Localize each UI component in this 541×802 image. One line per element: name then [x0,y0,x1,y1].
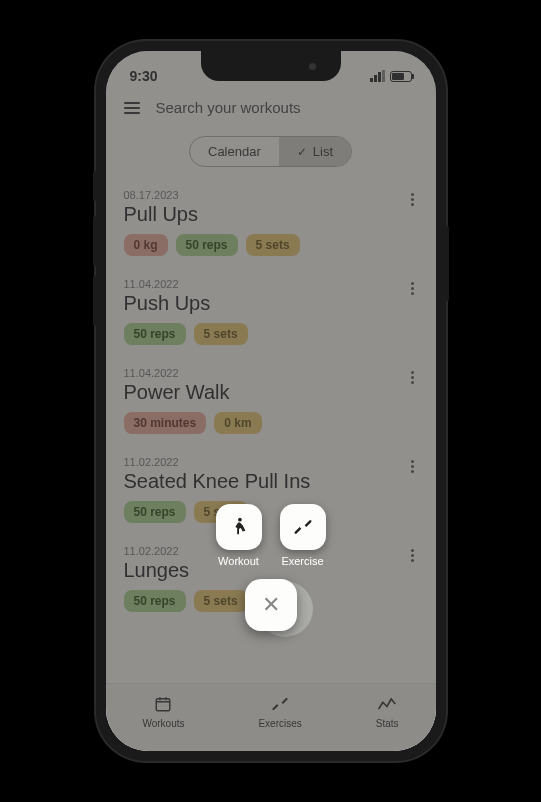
fab-workout-button[interactable] [216,504,262,550]
fab-close-button[interactable]: ✕ [245,579,297,631]
fab-exercise-label: Exercise [281,555,323,567]
side-button [93,276,96,326]
notch [201,51,341,81]
fab-speed-dial: Workout Exercise ✕ [106,504,436,631]
screen: 9:30 Search your workouts Calendar ✓ Lis… [106,51,436,751]
close-icon: ✕ [262,592,280,618]
svg-point-1 [238,518,242,522]
side-button [93,171,96,201]
phone-frame: 9:30 Search your workouts Calendar ✓ Lis… [96,41,446,761]
side-button [93,216,96,266]
modal-scrim[interactable] [106,51,436,751]
fab-workout-label: Workout [218,555,259,567]
side-button [446,226,449,301]
fab-exercise-button[interactable] [280,504,326,550]
